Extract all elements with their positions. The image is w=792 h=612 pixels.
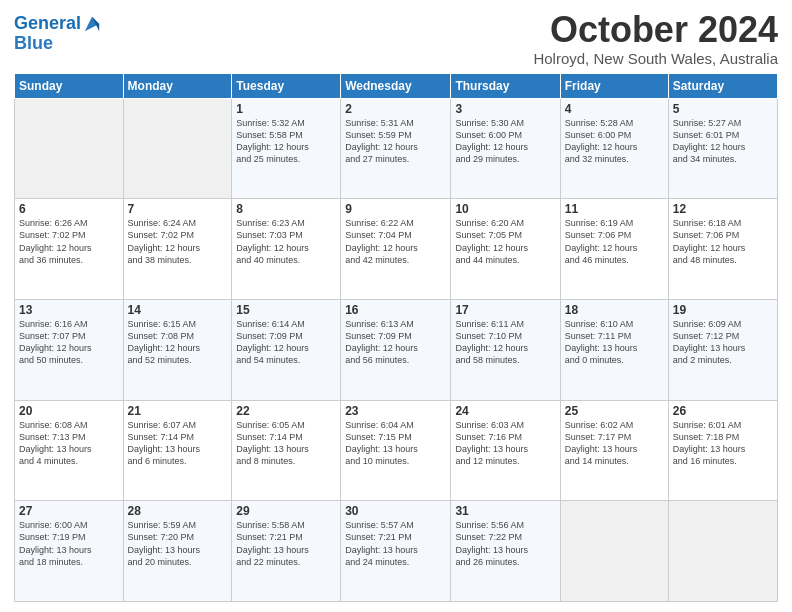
day-number: 27 (19, 504, 119, 518)
day-number: 7 (128, 202, 228, 216)
day-cell: 22Sunrise: 6:05 AM Sunset: 7:14 PM Dayli… (232, 400, 341, 501)
day-info: Sunrise: 6:15 AM Sunset: 7:08 PM Dayligh… (128, 318, 228, 367)
day-info: Sunrise: 5:59 AM Sunset: 7:20 PM Dayligh… (128, 519, 228, 568)
week-row-4: 20Sunrise: 6:08 AM Sunset: 7:13 PM Dayli… (15, 400, 778, 501)
day-cell: 2Sunrise: 5:31 AM Sunset: 5:59 PM Daylig… (341, 98, 451, 199)
day-info: Sunrise: 6:14 AM Sunset: 7:09 PM Dayligh… (236, 318, 336, 367)
day-cell: 20Sunrise: 6:08 AM Sunset: 7:13 PM Dayli… (15, 400, 124, 501)
day-info: Sunrise: 5:58 AM Sunset: 7:21 PM Dayligh… (236, 519, 336, 568)
day-header-wednesday: Wednesday (341, 73, 451, 98)
logo: General Blue (14, 14, 101, 54)
day-number: 25 (565, 404, 664, 418)
day-number: 6 (19, 202, 119, 216)
day-number: 26 (673, 404, 773, 418)
day-info: Sunrise: 6:23 AM Sunset: 7:03 PM Dayligh… (236, 217, 336, 266)
day-number: 8 (236, 202, 336, 216)
day-cell: 29Sunrise: 5:58 AM Sunset: 7:21 PM Dayli… (232, 501, 341, 602)
day-cell (560, 501, 668, 602)
week-row-5: 27Sunrise: 6:00 AM Sunset: 7:19 PM Dayli… (15, 501, 778, 602)
calendar-table: SundayMondayTuesdayWednesdayThursdayFrid… (14, 73, 778, 602)
day-number: 5 (673, 102, 773, 116)
day-number: 1 (236, 102, 336, 116)
day-number: 2 (345, 102, 446, 116)
day-cell: 6Sunrise: 6:26 AM Sunset: 7:02 PM Daylig… (15, 199, 124, 300)
day-cell: 26Sunrise: 6:01 AM Sunset: 7:18 PM Dayli… (668, 400, 777, 501)
day-info: Sunrise: 6:26 AM Sunset: 7:02 PM Dayligh… (19, 217, 119, 266)
day-info: Sunrise: 6:13 AM Sunset: 7:09 PM Dayligh… (345, 318, 446, 367)
title-section: October 2024 Holroyd, New South Wales, A… (533, 10, 778, 67)
day-number: 23 (345, 404, 446, 418)
day-cell: 25Sunrise: 6:02 AM Sunset: 7:17 PM Dayli… (560, 400, 668, 501)
day-info: Sunrise: 5:56 AM Sunset: 7:22 PM Dayligh… (455, 519, 555, 568)
day-header-sunday: Sunday (15, 73, 124, 98)
day-number: 29 (236, 504, 336, 518)
day-info: Sunrise: 5:31 AM Sunset: 5:59 PM Dayligh… (345, 117, 446, 166)
day-info: Sunrise: 6:11 AM Sunset: 7:10 PM Dayligh… (455, 318, 555, 367)
day-number: 21 (128, 404, 228, 418)
day-info: Sunrise: 6:00 AM Sunset: 7:19 PM Dayligh… (19, 519, 119, 568)
header-row: SundayMondayTuesdayWednesdayThursdayFrid… (15, 73, 778, 98)
day-number: 17 (455, 303, 555, 317)
day-cell: 30Sunrise: 5:57 AM Sunset: 7:21 PM Dayli… (341, 501, 451, 602)
day-cell: 28Sunrise: 5:59 AM Sunset: 7:20 PM Dayli… (123, 501, 232, 602)
day-number: 3 (455, 102, 555, 116)
day-cell: 1Sunrise: 5:32 AM Sunset: 5:58 PM Daylig… (232, 98, 341, 199)
day-cell: 8Sunrise: 6:23 AM Sunset: 7:03 PM Daylig… (232, 199, 341, 300)
day-cell: 19Sunrise: 6:09 AM Sunset: 7:12 PM Dayli… (668, 299, 777, 400)
day-info: Sunrise: 6:10 AM Sunset: 7:11 PM Dayligh… (565, 318, 664, 367)
day-cell: 11Sunrise: 6:19 AM Sunset: 7:06 PM Dayli… (560, 199, 668, 300)
header: General Blue October 2024 Holroyd, New S… (14, 10, 778, 67)
day-number: 4 (565, 102, 664, 116)
day-header-thursday: Thursday (451, 73, 560, 98)
day-number: 30 (345, 504, 446, 518)
day-info: Sunrise: 5:27 AM Sunset: 6:01 PM Dayligh… (673, 117, 773, 166)
day-number: 15 (236, 303, 336, 317)
day-info: Sunrise: 6:07 AM Sunset: 7:14 PM Dayligh… (128, 419, 228, 468)
day-info: Sunrise: 6:19 AM Sunset: 7:06 PM Dayligh… (565, 217, 664, 266)
day-cell: 17Sunrise: 6:11 AM Sunset: 7:10 PM Dayli… (451, 299, 560, 400)
day-info: Sunrise: 5:28 AM Sunset: 6:00 PM Dayligh… (565, 117, 664, 166)
day-cell: 31Sunrise: 5:56 AM Sunset: 7:22 PM Dayli… (451, 501, 560, 602)
day-header-friday: Friday (560, 73, 668, 98)
day-info: Sunrise: 6:08 AM Sunset: 7:13 PM Dayligh… (19, 419, 119, 468)
day-number: 19 (673, 303, 773, 317)
day-info: Sunrise: 6:22 AM Sunset: 7:04 PM Dayligh… (345, 217, 446, 266)
day-cell: 5Sunrise: 5:27 AM Sunset: 6:01 PM Daylig… (668, 98, 777, 199)
logo-icon (83, 15, 101, 33)
day-cell (123, 98, 232, 199)
day-header-tuesday: Tuesday (232, 73, 341, 98)
day-cell (15, 98, 124, 199)
logo-text-line1: General (14, 14, 81, 34)
day-number: 22 (236, 404, 336, 418)
day-cell: 12Sunrise: 6:18 AM Sunset: 7:06 PM Dayli… (668, 199, 777, 300)
day-number: 12 (673, 202, 773, 216)
day-number: 20 (19, 404, 119, 418)
day-info: Sunrise: 6:16 AM Sunset: 7:07 PM Dayligh… (19, 318, 119, 367)
day-info: Sunrise: 6:20 AM Sunset: 7:05 PM Dayligh… (455, 217, 555, 266)
page: General Blue October 2024 Holroyd, New S… (0, 0, 792, 612)
day-cell: 3Sunrise: 5:30 AM Sunset: 6:00 PM Daylig… (451, 98, 560, 199)
day-info: Sunrise: 6:05 AM Sunset: 7:14 PM Dayligh… (236, 419, 336, 468)
day-cell: 21Sunrise: 6:07 AM Sunset: 7:14 PM Dayli… (123, 400, 232, 501)
day-info: Sunrise: 5:32 AM Sunset: 5:58 PM Dayligh… (236, 117, 336, 166)
day-cell: 24Sunrise: 6:03 AM Sunset: 7:16 PM Dayli… (451, 400, 560, 501)
day-info: Sunrise: 6:03 AM Sunset: 7:16 PM Dayligh… (455, 419, 555, 468)
day-header-monday: Monday (123, 73, 232, 98)
week-row-3: 13Sunrise: 6:16 AM Sunset: 7:07 PM Dayli… (15, 299, 778, 400)
day-cell: 18Sunrise: 6:10 AM Sunset: 7:11 PM Dayli… (560, 299, 668, 400)
day-cell: 13Sunrise: 6:16 AM Sunset: 7:07 PM Dayli… (15, 299, 124, 400)
week-row-2: 6Sunrise: 6:26 AM Sunset: 7:02 PM Daylig… (15, 199, 778, 300)
day-info: Sunrise: 6:18 AM Sunset: 7:06 PM Dayligh… (673, 217, 773, 266)
day-cell: 10Sunrise: 6:20 AM Sunset: 7:05 PM Dayli… (451, 199, 560, 300)
week-row-1: 1Sunrise: 5:32 AM Sunset: 5:58 PM Daylig… (15, 98, 778, 199)
day-number: 11 (565, 202, 664, 216)
day-cell: 9Sunrise: 6:22 AM Sunset: 7:04 PM Daylig… (341, 199, 451, 300)
day-number: 10 (455, 202, 555, 216)
day-info: Sunrise: 6:24 AM Sunset: 7:02 PM Dayligh… (128, 217, 228, 266)
day-number: 18 (565, 303, 664, 317)
day-number: 16 (345, 303, 446, 317)
logo-text-line2: Blue (14, 34, 101, 54)
day-cell: 23Sunrise: 6:04 AM Sunset: 7:15 PM Dayli… (341, 400, 451, 501)
day-cell: 16Sunrise: 6:13 AM Sunset: 7:09 PM Dayli… (341, 299, 451, 400)
day-info: Sunrise: 6:01 AM Sunset: 7:18 PM Dayligh… (673, 419, 773, 468)
